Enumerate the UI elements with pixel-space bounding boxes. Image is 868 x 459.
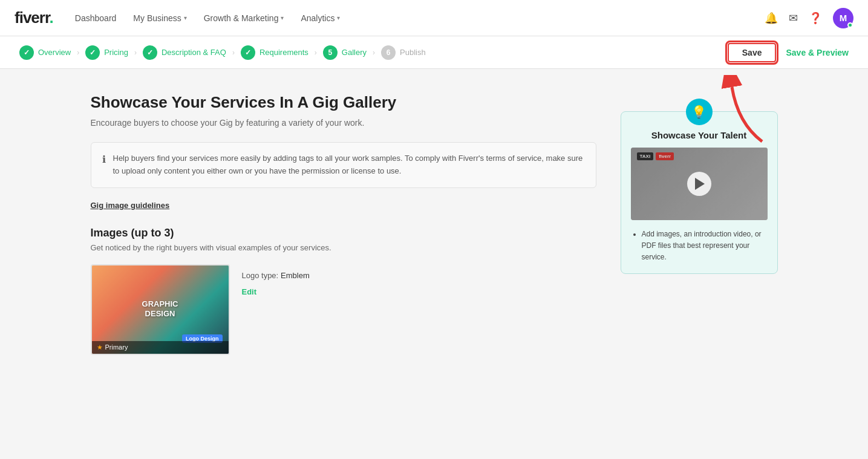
tip-video-thumbnail[interactable]: TAXI fiverr xyxy=(631,148,768,220)
logo-type-row: Logo type: Emblem xyxy=(242,270,310,280)
chevron-down-icon: ▾ xyxy=(337,15,340,21)
image-meta-area: Logo type: Emblem Edit xyxy=(242,264,310,296)
logo-type-value: Emblem xyxy=(281,271,310,280)
edit-link[interactable]: Edit xyxy=(242,287,310,296)
step-circle-1: ✓ xyxy=(19,45,34,60)
nav-my-business[interactable]: My Business ▾ xyxy=(133,13,186,23)
message-icon[interactable]: ✉ xyxy=(789,11,798,25)
chevron-down-icon: ▾ xyxy=(184,15,187,21)
red-arrow xyxy=(690,75,774,148)
step-circle-2: ✓ xyxy=(85,45,100,60)
nav-growth-marketing[interactable]: Growth & Marketing ▾ xyxy=(204,13,284,23)
tip-item-1: Add images, an introduction video, or PD… xyxy=(642,229,768,264)
step-label-6: Publish xyxy=(400,48,426,57)
play-button[interactable] xyxy=(687,172,711,196)
step-label-3: Description & FAQ xyxy=(162,48,226,57)
chevron-down-icon: ▾ xyxy=(281,15,284,21)
nav-links: Dashboard My Business ▾ Growth & Marketi… xyxy=(75,13,765,23)
step-arrow-2: › xyxy=(134,48,137,57)
main-content: Showcase Your Services In A Gig Gallery … xyxy=(71,69,797,379)
images-section-subtitle: Get noticed by the right buyers with vis… xyxy=(91,243,596,252)
progress-actions: Save Save & Preview xyxy=(728,43,849,62)
logo-type-label: Logo type: xyxy=(242,271,279,280)
step-circle-3: ✓ xyxy=(143,45,157,60)
step-arrow-5: › xyxy=(373,48,375,57)
page-subtitle: Encourage buyers to choose your Gig by f… xyxy=(91,118,596,128)
step-description-faq[interactable]: ✓ Description & FAQ xyxy=(143,45,226,60)
primary-label: Primary xyxy=(105,343,128,351)
logo-dot: . xyxy=(50,8,53,27)
info-box: ℹ Help buyers find your services more ea… xyxy=(91,142,596,188)
step-circle-6: 6 xyxy=(381,45,396,60)
avatar-initial: M xyxy=(840,13,847,23)
navbar-right: 🔔 ✉ ❓ M xyxy=(765,8,853,28)
step-circle-5: 5 xyxy=(323,45,338,60)
step-arrow-3: › xyxy=(232,48,235,57)
info-text: Help buyers find your services more easi… xyxy=(113,152,585,178)
step-label-4: Requirements xyxy=(259,48,308,57)
help-icon[interactable]: ❓ xyxy=(809,11,822,25)
tip-list: Add images, an introduction video, or PD… xyxy=(631,229,768,264)
image-text: GRAPHICDESIGN xyxy=(142,299,178,320)
gig-guidelines-link[interactable]: Gig image guidelines xyxy=(91,201,170,210)
step-circle-4: ✓ xyxy=(241,45,255,60)
step-label-1: Overview xyxy=(38,48,71,57)
save-button[interactable]: Save xyxy=(728,43,777,62)
step-label-5: Gallery xyxy=(342,48,367,57)
image-thumbnail-1: GRAPHICDESIGN Logo Design ★ Primary xyxy=(91,264,230,355)
info-icon: ℹ xyxy=(102,154,106,178)
save-preview-button[interactable]: Save & Preview xyxy=(786,48,849,57)
step-publish[interactable]: 6 Publish xyxy=(381,45,426,60)
avatar-online-dot xyxy=(847,22,853,28)
logo-text: fiverr xyxy=(15,8,50,27)
step-pricing[interactable]: ✓ Pricing xyxy=(85,45,128,60)
primary-badge: ★ Primary xyxy=(92,341,229,354)
page-title: Showcase Your Services In A Gig Gallery xyxy=(91,93,596,112)
navbar: fiverr. Dashboard My Business ▾ Growth &… xyxy=(0,0,868,36)
nav-dashboard[interactable]: Dashboard xyxy=(75,13,117,23)
avatar[interactable]: M xyxy=(833,8,853,28)
step-gallery[interactable]: 5 Gallery xyxy=(323,45,367,60)
logo[interactable]: fiverr. xyxy=(15,8,53,27)
image-card-1: GRAPHICDESIGN Logo Design ★ Primary xyxy=(91,264,230,355)
content-left: Showcase Your Services In A Gig Gallery … xyxy=(91,93,596,355)
play-triangle-icon xyxy=(695,178,705,190)
step-arrow-4: › xyxy=(315,48,317,57)
step-requirements[interactable]: ✓ Requirements xyxy=(241,45,308,60)
step-overview[interactable]: ✓ Overview xyxy=(19,45,71,60)
images-row: GRAPHICDESIGN Logo Design ★ Primary Logo… xyxy=(91,264,596,355)
progress-bar: ✓ Overview › ✓ Pricing › ✓ Description &… xyxy=(0,36,868,69)
star-icon: ★ xyxy=(97,343,103,351)
bell-icon[interactable]: 🔔 xyxy=(765,11,778,25)
step-arrow-1: › xyxy=(77,48,79,57)
nav-analytics[interactable]: Analytics ▾ xyxy=(301,13,340,23)
images-section-title: Images (up to 3) xyxy=(91,227,596,239)
step-label-2: Pricing xyxy=(104,48,128,57)
